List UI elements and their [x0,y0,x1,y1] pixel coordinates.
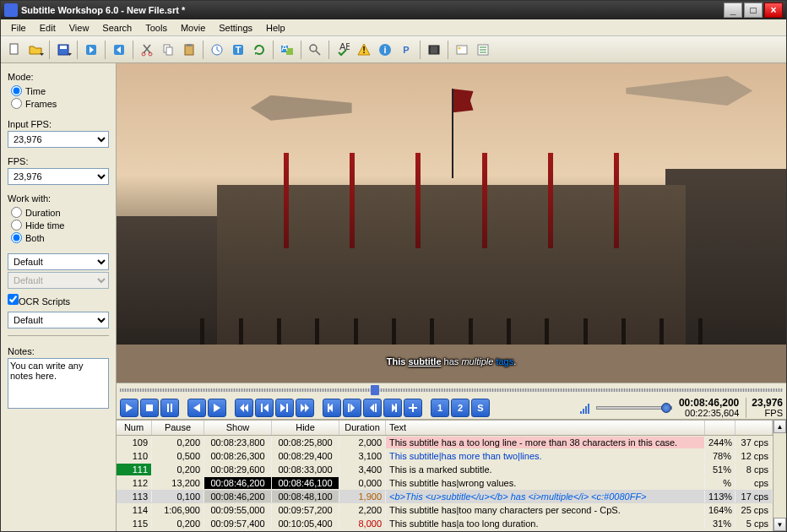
menu-edit[interactable]: Edit [33,21,62,35]
menubar: File Edit View Search Tools Movie Settin… [1,19,786,36]
new-file-icon[interactable] [4,40,24,60]
charset-select[interactable]: Default [8,253,109,270]
nav-right-icon[interactable] [81,40,101,60]
table-row[interactable]: 1100,50000:08:26,30000:08:29,4003,100Thi… [117,449,773,463]
fps-select[interactable]: 23,976 [8,168,109,185]
set-start-button[interactable] [323,399,341,417]
svg-rect-10 [187,44,192,46]
work-both-radio[interactable]: Both [11,232,109,243]
input-fps-select[interactable]: 23,976 [8,131,109,148]
video-preview[interactable]: This subtitle has multiple tags. [117,63,786,383]
svg-point-27 [459,46,461,49]
mark-end-button[interactable] [363,399,382,417]
notes-label: Notes: [8,346,109,356]
svg-rect-31 [286,404,288,412]
paste-icon[interactable] [179,40,199,60]
refresh-icon[interactable] [249,40,269,60]
nav-left-icon[interactable] [109,40,129,60]
menu-help[interactable]: Help [259,21,292,35]
time-display: 00:08:46,200 00:22:35,604 [679,398,739,418]
step-back-button[interactable] [255,399,274,417]
video-icon[interactable] [424,40,444,60]
minimize-button[interactable]: _ [724,3,742,18]
svg-text:A: A [281,43,288,52]
svg-point-17 [310,45,317,52]
preview-icon[interactable] [452,40,472,60]
prev-button[interactable] [187,399,206,417]
work-hide-radio[interactable]: Hide time [11,220,109,231]
table-row[interactable]: 11213,20000:08:46,20000:08:46,1000,000Th… [117,476,773,490]
copy-icon[interactable] [158,40,178,60]
save-icon[interactable] [53,40,73,60]
volume-slider[interactable] [596,406,672,410]
warning-icon[interactable]: ! [354,40,374,60]
notes-textarea[interactable]: You can write any notes here. [8,358,109,409]
search-icon[interactable] [305,40,325,60]
maximize-button[interactable]: □ [744,3,763,18]
work-label: Work with: [8,193,109,204]
table-scrollbar[interactable]: ▲ ▼ [773,420,786,531]
table-row[interactable]: 1141:06,90000:09:55,00000:09:57,2002,200… [117,503,773,517]
mode-frames-radio[interactable]: Frames [11,98,109,109]
fps-display: 23,976 FPS [746,398,783,418]
svg-rect-29 [146,404,153,411]
set-end-button[interactable] [383,399,402,417]
svg-rect-0 [10,44,18,54]
settings-icon[interactable] [473,40,493,60]
add-sync-button[interactable] [404,399,422,417]
table-row[interactable]: 1150,20000:09:57,40000:10:05,4008,000Thi… [117,517,773,530]
menu-view[interactable]: View [62,21,96,35]
pascal-icon[interactable]: P [396,40,416,60]
player-controls: 1 2 S 00:08:46,200 00:22:35,604 23,976 F… [117,396,786,420]
svg-rect-8 [166,47,172,55]
subtitle-table[interactable]: Num Pause Show Hide Duration Text 1090,2… [117,420,773,531]
step-fwd-button[interactable] [275,399,294,417]
menu-search[interactable]: Search [95,21,138,35]
time-icon[interactable] [207,40,227,60]
svg-text:P: P [403,45,409,55]
sync-s-button[interactable]: S [471,399,490,417]
table-row[interactable]: 1090,20000:08:23,80000:08:25,8002,000Thi… [117,436,773,449]
toggle-button[interactable] [160,399,179,417]
spellcheck-icon[interactable]: ABC [333,40,353,60]
svg-rect-25 [437,46,439,54]
text-icon[interactable]: T [228,40,248,60]
close-button[interactable]: × [764,3,783,18]
info-icon[interactable]: i [375,40,395,60]
menu-movie[interactable]: Movie [174,21,212,35]
rewind-button[interactable] [235,399,253,417]
fps-label: FPS: [8,156,109,166]
svg-rect-2 [60,46,67,49]
sync-1-button[interactable]: 1 [431,399,449,417]
next-button[interactable] [208,399,226,417]
app-icon [4,3,18,17]
table-row[interactable]: 1130,10000:08:46,20000:08:48,1001,900<b>… [117,490,773,503]
translate-icon[interactable]: A [277,40,297,60]
work-duration-radio[interactable]: Duration [11,207,109,218]
volume-icon [580,402,589,414]
titlebar: Subtitle Workshop 6.0 - New File.srt * _… [1,1,786,19]
mode-time-radio[interactable]: Time [11,85,109,96]
open-file-icon[interactable] [25,40,46,60]
menu-tools[interactable]: Tools [138,21,174,35]
menu-file[interactable]: File [4,21,33,35]
ocr-checkbox[interactable]: OCR Scripts [8,294,109,307]
menu-settings[interactable]: Settings [212,21,259,35]
forward-button[interactable] [296,399,314,417]
cut-icon[interactable] [137,40,157,60]
table-row[interactable]: 1110,20000:08:29,60000:08:33,0003,400Thi… [117,463,773,476]
seek-bar[interactable] [117,383,786,396]
svg-rect-33 [375,404,377,412]
mark-start-button[interactable] [343,399,361,417]
subtitle-overlay: This subtitle has multiple tags. [117,345,786,371]
input-fps-label: Input FPS: [8,119,109,129]
mode-label: Mode: [8,72,109,82]
charset2-select: Default [8,272,109,289]
svg-rect-26 [457,46,467,54]
ocr-select[interactable]: Default [8,312,109,328]
stop-button[interactable] [140,399,159,417]
play-button[interactable] [120,399,138,417]
sync-2-button[interactable]: 2 [451,399,469,417]
toolbar: T A ABC ! i P [1,36,786,63]
svg-text:i: i [383,45,386,55]
